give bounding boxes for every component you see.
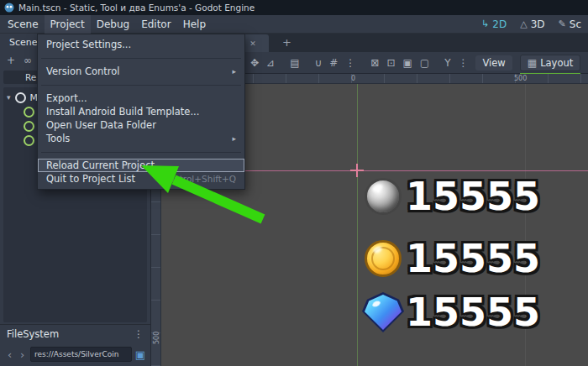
mode-2d-button[interactable]: ↳ 2D [475,15,513,34]
window-title: Main.tscn - Static, Tool и два Enums'a -… [18,3,255,13]
menu-item-export[interactable]: Export... [38,92,244,105]
ruler-tick-label: 0 [351,75,355,82]
expander-icon[interactable]: ▾ [7,93,11,102]
instance-scene-icon[interactable]: ∞ [24,55,32,66]
menu-separator [38,78,244,92]
tree-node-root[interactable]: ▾ M [7,91,38,104]
menu-separator [38,51,244,65]
menu-item-label: Open User Data Folder [46,119,156,131]
menu-item-label: Version Control [46,65,120,77]
list-select-icon[interactable]: ▤ [290,57,299,69]
menu-debug[interactable]: Debug [91,15,135,34]
menu-help[interactable]: Help [177,15,212,34]
script-mode-icon: ✎ [559,18,566,29]
silver-coin [365,178,402,215]
view-menu-button[interactable]: View [475,55,512,71]
pan-icon[interactable]: ✥ [250,57,259,69]
add-node-icon[interactable]: + [7,55,15,66]
resource-icon[interactable]: ▣ [135,348,145,361]
counter-gem: 15555 [365,292,540,332]
menu-item-reload-current-project[interactable]: Reload Current Project [38,159,244,172]
menu-item-install-android-build-template[interactable]: Install Android Build Template... [38,105,244,118]
menu-item-project-settings[interactable]: Project Settings... [38,38,244,51]
layout-grid-icon: ▦ [528,57,537,69]
mode-script-button[interactable]: ✎ Sc [552,15,588,34]
menu-project[interactable]: Project [45,15,91,34]
ruler-icon[interactable]: ⊿ [266,57,275,69]
menu-scene[interactable]: Scene [2,15,45,34]
menu-item-label: Reload Current Project [46,159,155,171]
tree-node-child[interactable] [24,133,34,147]
counter-value: 15555 [406,238,540,279]
ungroup-icon[interactable]: ▢ [420,57,429,69]
gold-coin [365,240,402,277]
menu-item-label: Project Settings... [46,39,131,50]
menu-item-shortcut: Control+Shift+Q [162,174,236,184]
close-tab-icon[interactable]: ✕ [249,39,256,48]
title-bar: Main.tscn - Static, Tool и два Enums'a -… [0,0,588,15]
origin-marker [350,164,364,177]
node-icon [15,92,26,103]
layout-label: Layout [540,57,573,69]
add-scene-tab-button[interactable]: + [277,34,297,52]
godot-editor-window: Main.tscn - Static, Tool и два Enums'a -… [0,0,588,366]
node-icon [24,135,34,146]
menu-item-label: Export... [46,92,87,104]
nav-forward-icon[interactable]: › [18,348,27,361]
menu-bar: Scene Project Debug Editor Help ↳ 2D △ 3… [0,15,588,34]
mode-script-label: Sc [570,18,581,30]
submenu-arrow-icon: ▸ [232,134,236,143]
menu-item-tools[interactable]: Tools ▸ [38,132,244,145]
tree-node-child[interactable] [24,105,34,118]
menu-item-quit-to-project-list[interactable]: Quit to Project List Control+Shift+Q [38,172,244,186]
diamond-gem [365,295,402,330]
ruler-tick-label: 500 [153,332,160,344]
ruler-tick-label: 500 [514,75,527,82]
counter-value: 15555 [406,292,540,332]
counter-gold: 15555 [365,238,540,279]
editor-mode-switcher: ↳ 2D △ 3D ✎ Sc [475,15,588,34]
menu-item-label: Tools [46,133,70,144]
counter-silver: 15555 [365,176,540,217]
mode-2d-label: 2D [492,18,507,30]
mode-3d-button[interactable]: △ 3D [513,15,551,34]
nav-back-icon[interactable]: ‹ [5,348,14,361]
node-icon [24,121,34,132]
lock-icon[interactable]: ⊠ [370,57,379,69]
filesystem-title: FileSystem [7,328,59,340]
menu-item-label: Quit to Project List [46,173,135,185]
tree-node-child[interactable] [24,119,34,133]
smart-snap-icon[interactable]: ∪ [314,57,322,69]
menu-item-version-control[interactable]: Version Control ▸ [38,65,244,78]
filesystem-dock-header: FileSystem ⋮ [0,324,150,342]
y-axis-line [357,84,358,366]
filesystem-path[interactable]: res://Assets/SilverCoin [30,347,132,362]
submenu-arrow-icon: ▸ [232,67,236,76]
mode-3d-label: 3D [531,18,545,30]
layout-menu-button[interactable]: ▦ Layout [520,55,580,71]
menu-separator [38,145,244,159]
grid-snap-icon[interactable]: # [329,57,338,69]
2d-mode-icon: ↳ [481,18,489,29]
filesystem-nav: ‹ › res://Assets/SilverCoin ▣ [0,342,150,366]
menu-item-open-user-data-folder[interactable]: Open User Data Folder [38,118,244,132]
filesystem-menu-icon[interactable]: ⋮ [134,328,144,340]
group-icon[interactable]: ▣ [402,57,412,69]
counter-value: 15555 [406,176,540,217]
godot-icon [4,3,14,13]
3d-mode-icon: △ [520,18,527,29]
node-icon [24,107,34,118]
project-menu-dropdown: Project Settings... Version Control ▸ Ex… [37,34,245,190]
skeleton-options-icon[interactable]: ⋮ [458,57,468,69]
snap-options-icon[interactable]: ⋮ [345,57,355,69]
unlock-icon[interactable]: ⊡ [386,57,395,69]
menu-editor[interactable]: Editor [135,15,177,34]
skeleton-icon[interactable]: Y [444,57,450,69]
menu-item-label: Install Android Build Template... [46,106,199,118]
